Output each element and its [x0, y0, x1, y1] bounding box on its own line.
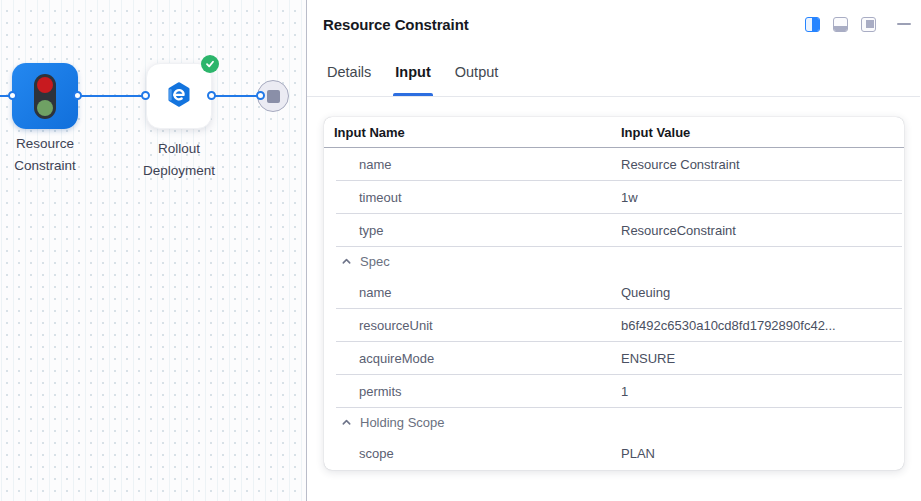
node-label-resource-constraint: Resource Constraint: [0, 133, 100, 176]
input-name: name: [359, 285, 392, 300]
collapse-chevron-icon[interactable]: [339, 255, 353, 269]
column-input-value: Input Value: [621, 125, 904, 140]
stop-icon: [267, 90, 280, 103]
collapse-chevron-icon[interactable]: [339, 416, 353, 430]
edge-node1-node2: [78, 95, 146, 97]
table-row: name Resource Constraint: [324, 148, 904, 181]
table-row: resourceUnit b6f492c6530a10cd8fd1792890f…: [324, 309, 904, 342]
workflow-canvas[interactable]: Resource Constraint Rollout Deployment: [0, 0, 307, 501]
table-row: name Queuing: [324, 276, 904, 309]
port-end-in[interactable]: [256, 91, 265, 100]
traffic-light-red: [37, 77, 53, 93]
port-node1-out[interactable]: [73, 91, 82, 100]
input-name: scope: [359, 446, 394, 461]
app-window: Resource Constraint Rollout Deployment R…: [0, 0, 921, 501]
minimize-icon[interactable]: [897, 17, 912, 32]
edge-node2-end: [212, 95, 261, 97]
input-value: Resource Constraint: [621, 157, 904, 172]
port-node2-in[interactable]: [141, 91, 150, 100]
input-name: type: [359, 223, 384, 238]
table-header: Input Name Input Value: [324, 117, 904, 148]
dock-bottom-icon[interactable]: [833, 17, 848, 32]
tab-bar: Details Input Output: [307, 48, 920, 97]
node-rollout-deployment[interactable]: [146, 63, 212, 129]
table-body: name Resource Constraint timeout: [324, 148, 904, 470]
table-row: Holding Scope: [324, 408, 904, 437]
detail-panel: Resource Constraint Details Input Output…: [307, 0, 920, 501]
table-row: timeout 1w: [324, 181, 904, 214]
dock-right-icon[interactable]: [805, 17, 820, 32]
tab[interactable]: Details: [327, 48, 371, 96]
table-row: Spec: [324, 247, 904, 276]
input-value: 1: [621, 384, 904, 399]
table-row: type ResourceConstraint: [324, 214, 904, 247]
tab[interactable]: Input: [395, 48, 430, 96]
node-label-rollout-deployment: Rollout Deployment: [124, 138, 234, 181]
input-value: b6f492c6530a10cd8fd1792890fc42...: [621, 318, 904, 333]
tab[interactable]: Output: [455, 48, 499, 96]
node-resource-constraint[interactable]: [12, 63, 78, 129]
port-node2-out[interactable]: [207, 91, 216, 100]
input-value: PLAN: [621, 446, 904, 461]
traffic-light-icon: [34, 74, 56, 119]
input-name: timeout: [359, 190, 402, 205]
panel-header: Resource Constraint: [307, 0, 920, 48]
input-table-card: Input Name Input Value name: [324, 117, 904, 470]
input-value: ResourceConstraint: [621, 223, 904, 238]
success-check-icon: [201, 55, 219, 73]
table-row: acquireMode ENSURE: [324, 342, 904, 375]
column-input-name: Input Name: [334, 125, 621, 140]
port-node1-in[interactable]: [8, 91, 17, 100]
input-name: permits: [359, 384, 402, 399]
traffic-light-green: [37, 100, 53, 116]
panel-title: Resource Constraint: [323, 16, 469, 33]
input-value: 1w: [621, 190, 904, 205]
input-value: ENSURE: [621, 351, 904, 366]
input-name: name: [359, 157, 392, 172]
rollout-icon: [164, 81, 194, 111]
input-value: Queuing: [621, 285, 904, 300]
panel-body: Input Name Input Value name: [307, 97, 920, 501]
float-panel-icon[interactable]: [861, 17, 876, 32]
table-row: scope PLAN: [324, 437, 904, 470]
table-row: permits 1: [324, 375, 904, 408]
input-name: acquireMode: [359, 351, 434, 366]
input-name: Spec: [360, 254, 390, 269]
input-name: Holding Scope: [360, 415, 445, 430]
input-name: resourceUnit: [359, 318, 433, 333]
panel-controls: [805, 17, 912, 32]
